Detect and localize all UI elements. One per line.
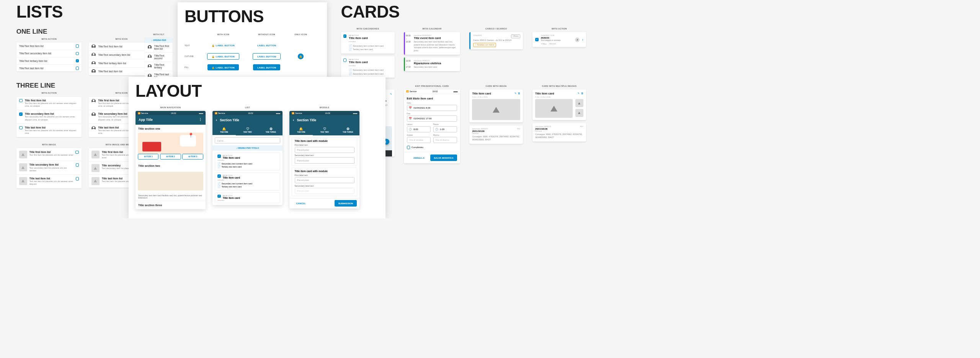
delete-icon[interactable]: 🗑 bbox=[518, 92, 520, 94]
item-button[interactable]: ⚙ ITEM 2 bbox=[160, 154, 181, 159]
item-button[interactable]: ⚙ ITEM 1 bbox=[138, 154, 159, 159]
tab-two[interactable]: ♡TAB TWO bbox=[236, 125, 259, 136]
checkbox[interactable] bbox=[76, 52, 79, 55]
card-carico[interactable]: 11/04/2021Chiuso Carico 2021/1 Camion - … bbox=[469, 32, 523, 49]
edit-icon[interactable]: ✎ bbox=[390, 93, 392, 95]
fill-button[interactable]: 🔒 LABEL BUTTON bbox=[207, 64, 238, 70]
list-card[interactable]: META TITLE Title item card metadati 📄Sec… bbox=[215, 172, 280, 190]
list-item[interactable]: Title last item listText last item list … bbox=[16, 124, 82, 138]
text-input[interactable]: Placeholder bbox=[295, 157, 355, 163]
card-calendar[interactable]: 16:00↓17:00 Intervento 2020/175 Riparazi… bbox=[404, 57, 460, 71]
text-input[interactable]: Placeholder bbox=[295, 147, 355, 153]
doc-icon: 📄 bbox=[349, 72, 352, 75]
fill-button[interactable]: LABEL BUTTON bbox=[253, 64, 280, 70]
item-button[interactable]: ⚙ ITEM 3 bbox=[182, 154, 203, 159]
checkbox-checked[interactable] bbox=[217, 155, 221, 158]
thumbnail[interactable] bbox=[575, 109, 583, 117]
checkbox-checked[interactable] bbox=[217, 174, 221, 178]
list-card[interactable]: META TITLE Title item card metadati bbox=[215, 192, 280, 203]
checkbox-checked[interactable] bbox=[76, 59, 79, 63]
back-icon[interactable]: ‹ bbox=[216, 118, 217, 122]
list-item[interactable]: Title/Text first item list bbox=[145, 43, 173, 52]
col-module: MODULE bbox=[289, 106, 359, 109]
datetime-input[interactable]: 📅01/04/2021 8:00 bbox=[407, 105, 457, 111]
checkbox[interactable] bbox=[76, 177, 79, 181]
card-calendar[interactable]: 09:00↓10:30 Intervento 01/04/2021 Title … bbox=[404, 32, 460, 55]
time-input[interactable]: Ora di ritorno bbox=[433, 137, 457, 143]
checkbox[interactable] bbox=[76, 163, 79, 167]
tab-three[interactable]: ⚙TAB THREE bbox=[336, 125, 359, 136]
checkbox-checked[interactable] bbox=[19, 112, 23, 116]
thumbnail bbox=[19, 177, 27, 185]
card-checkbox[interactable]: META TITLE Title item card metadati 📄Sec… bbox=[341, 56, 395, 78]
checkbox[interactable] bbox=[19, 126, 23, 130]
tab-three[interactable]: ⚙TAB THREE bbox=[259, 125, 283, 136]
list-item[interactable]: Title/Text first item list bbox=[89, 42, 154, 51]
list-item[interactable]: Title/Text second bbox=[145, 52, 173, 62]
one-line-heading: ONE LINE bbox=[16, 28, 166, 36]
back-icon[interactable]: ‹ bbox=[293, 118, 294, 122]
chevron-right-icon[interactable]: › bbox=[582, 37, 583, 42]
checkbox[interactable] bbox=[343, 59, 347, 62]
list-item[interactable]: Title/Text secondary item list bbox=[89, 51, 154, 59]
edit-icon[interactable]: ✎ bbox=[514, 92, 516, 94]
delete-icon[interactable]: 🗑 bbox=[581, 92, 583, 94]
image-placeholder bbox=[472, 99, 520, 120]
card-with-image[interactable]: Title item card2,1m x 1,2m x 0,3m ✎🗑 bbox=[469, 90, 523, 123]
cancel-button[interactable]: ANNULLA bbox=[410, 155, 428, 161]
tab-one[interactable]: 🔔TAB ONE bbox=[289, 125, 313, 136]
list-item[interactable]: Title/Text first item list bbox=[16, 42, 82, 50]
save-button[interactable]: SALVA MODIFICA bbox=[430, 155, 457, 161]
thumbnail[interactable] bbox=[575, 99, 583, 107]
tab-one[interactable]: 🔔TAB ONE bbox=[212, 125, 236, 136]
time-input[interactable]: 🕐8:00 bbox=[407, 126, 431, 132]
checkbox[interactable] bbox=[407, 146, 410, 149]
section-title: Title section two bbox=[136, 162, 206, 170]
list-item[interactable]: Title secondary item listText secondary … bbox=[16, 110, 82, 124]
app-title: App Title bbox=[139, 118, 152, 122]
thumbnail bbox=[19, 163, 27, 171]
text-button[interactable]: LABEL BUTTON bbox=[253, 42, 280, 49]
tab-two[interactable]: ♡TAB TWO bbox=[313, 125, 336, 136]
submit-button[interactable]: SUBMISSION bbox=[335, 200, 357, 207]
datetime-input[interactable]: 📅01/04/2021 17:00 bbox=[407, 116, 457, 122]
list-item[interactable]: Title secondary item listText secondary … bbox=[16, 161, 82, 175]
list-card[interactable]: META TITLE Title item card metadati 📄Sec… bbox=[215, 153, 280, 171]
more-icon[interactable]: ⋮ bbox=[199, 118, 202, 122]
search-input[interactable]: Cerca... bbox=[215, 137, 280, 143]
checkbox-checked[interactable] bbox=[535, 38, 539, 41]
outline-button[interactable]: LABEL BUTTON bbox=[253, 53, 281, 60]
col-checkboxes: WITH CHECKBOXES bbox=[341, 28, 395, 30]
outline-button[interactable]: 🔒 LABEL BUTTON bbox=[207, 53, 239, 60]
list-item[interactable]: Title first item listText first item lis… bbox=[16, 97, 82, 111]
edit-icon[interactable]: ✎ bbox=[578, 92, 580, 94]
list-item[interactable]: Title/Text last item list bbox=[16, 65, 82, 72]
list-item[interactable]: Title/Text tertiary item list bbox=[89, 59, 154, 68]
card-detail[interactable]: Intervento 2020/175SLV 2021/18136 Gennai… bbox=[532, 123, 586, 142]
card-detail[interactable]: Intervento 2020/175SLV 2021/18136 Gennai… bbox=[469, 125, 523, 144]
list-item[interactable]: Title first item listText first item lis… bbox=[16, 148, 82, 161]
icon-only-button[interactable]: 🔒 bbox=[298, 54, 304, 59]
checkbox-checked[interactable] bbox=[217, 195, 221, 198]
text-input[interactable]: Placeholder bbox=[295, 177, 355, 183]
checkbox-checked[interactable] bbox=[343, 34, 347, 38]
card-multi-image[interactable]: Title item card2,1m x 1,2m x 0,3m ✎🗑 bbox=[532, 90, 586, 120]
checkbox[interactable] bbox=[19, 99, 23, 103]
card-checkbox[interactable]: META TITLE Title item card metadati 📄Sec… bbox=[341, 32, 395, 54]
list-item[interactable]: Title/Text tertiary item list bbox=[16, 57, 82, 65]
time-input[interactable]: Ora di andata bbox=[407, 137, 431, 143]
card-action[interactable]: 21/04/2021 12:01 2020/23 Stoccaggio in e… bbox=[532, 32, 586, 47]
list-item[interactable]: Title/Text last item list bbox=[89, 68, 154, 76]
list-item[interactable]: Title last item listText last item list … bbox=[16, 175, 82, 189]
sort-bar[interactable]: ↓ ORDINA PER bbox=[145, 38, 173, 43]
cancel-button[interactable]: CANCEL bbox=[292, 200, 310, 207]
time-input[interactable]: 🕐1:00 bbox=[433, 126, 457, 132]
text-input[interactable]: Placeholder bbox=[295, 188, 355, 194]
list-item[interactable]: Title/Text tertiary bbox=[145, 62, 173, 72]
checkbox[interactable] bbox=[75, 151, 79, 154]
text-button[interactable]: 🔒 LABEL BUTTON bbox=[207, 42, 238, 49]
checkbox[interactable] bbox=[76, 67, 79, 70]
checkbox[interactable] bbox=[76, 44, 79, 48]
sort-bar[interactable]: ↓ ORDINA PER TITOLO bbox=[212, 145, 283, 150]
list-item[interactable]: Title/Text secondary item list bbox=[16, 50, 82, 57]
